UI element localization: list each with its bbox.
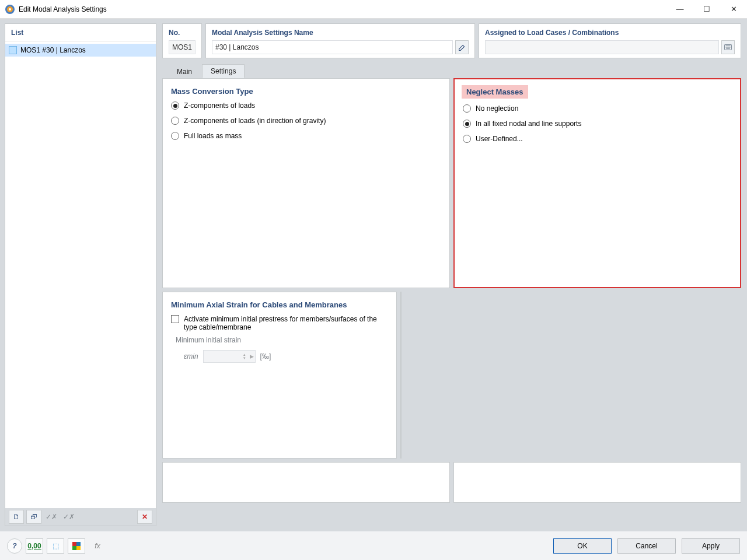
keyboard-icon [724,44,732,50]
edit-name-button[interactable] [455,40,469,54]
no-field[interactable] [169,40,196,54]
sidebar-header: List [5,24,156,41]
radio-label: In all fixed nodal and line supports [476,120,581,128]
empty-panel-bottom-left [162,462,450,503]
radio-icon [171,117,179,125]
empty-panel-bottom-right [453,462,741,503]
name-label: Modal Analysis Settings Name [206,24,474,40]
radio-label: Z-components of loads [184,102,255,110]
radio-icon [171,132,179,140]
strain-symbol: εmin [184,352,198,360]
no-label: No. [163,24,201,40]
maximize-button[interactable]: ☐ [693,0,720,19]
content-area: No. Modal Analysis Settings Name Assigne… [162,23,741,526]
empty-panel-right [400,292,402,459]
neglect-option-2[interactable]: In all fixed nodal and line supports [463,120,732,128]
help-icon: ? [12,542,16,550]
strain-panel: Minimum Axial Strain for Cables and Memb… [162,292,397,459]
strain-checkbox-label: Activate minimum initial prestress for m… [184,315,388,331]
uncheck-all-button[interactable]: ✓✗ [61,510,76,524]
svg-rect-9 [72,546,76,550]
mass-option-3[interactable]: Full loads as mass [171,132,441,140]
radio-label: User-Defined... [476,135,523,143]
assigned-panel: Assigned to Load Cases / Combinations [479,23,741,58]
neglect-title: Neglect Masses [462,85,528,99]
neglect-masses-panel: Neglect Masses No neglection In all fixe… [453,78,741,288]
neglect-option-3[interactable]: User-Defined... [463,135,732,143]
assigned-field[interactable] [485,40,719,54]
strain-checkbox[interactable] [171,315,179,323]
mass-option-1[interactable]: Z-components of loads [171,102,441,110]
mass-option-2[interactable]: Z-components of loads (in direction of g… [171,117,441,125]
new-button[interactable]: 🗋 [9,510,24,524]
units-icon: 0,00 [27,542,41,550]
sidebar-toolbar: 🗋 🗗 ✓✗ ✓✗ ✕ [5,508,156,526]
strain-title: Minimum Axial Strain for Cables and Memb… [163,292,396,315]
number-panel: No. [162,23,202,58]
fx-button[interactable]: fx [89,538,106,554]
palette-button[interactable] [68,538,85,554]
fx-icon: fx [95,542,100,550]
window-title: Edit Modal Analysis Settings [19,5,107,13]
radio-icon [171,102,179,110]
name-field[interactable] [212,40,453,54]
list-item-icon [9,46,17,54]
mass-conversion-panel: Mass Conversion Type Z-components of loa… [162,78,450,288]
svg-rect-7 [72,542,76,546]
apply-button[interactable]: Apply [682,538,740,554]
bottom-bar: ? 0,00 ⬚ fx OK Cancel Apply [0,531,747,560]
sidebar: List MOS1 #30 | Lanczos 🗋 🗗 ✓✗ ✓✗ ✕ [5,23,156,526]
chevron-down-icon: ▼ [243,356,246,360]
radio-label: Full loads as mass [184,132,242,140]
svg-rect-10 [76,546,81,550]
arrow-right-icon: ▶ [250,354,254,359]
units-button[interactable]: 0,00 [26,538,43,554]
help-button[interactable]: ? [7,538,22,554]
ok-button[interactable]: OK [553,538,612,554]
list-tree: MOS1 #30 | Lanczos [5,41,156,59]
cancel-button[interactable]: Cancel [617,538,676,554]
selection-button[interactable]: ⬚ [47,538,64,554]
tab-main[interactable]: Main [168,64,201,78]
radio-label: No neglection [476,104,518,113]
selection-icon: ⬚ [53,542,59,550]
minimize-button[interactable]: — [666,0,693,19]
mass-conversion-title: Mass Conversion Type [163,79,449,102]
app-icon [5,4,15,15]
tab-settings[interactable]: Settings [202,64,245,78]
svg-rect-8 [76,542,81,546]
name-panel: Modal Analysis Settings Name [205,23,475,58]
svg-point-2 [9,8,11,10]
radio-icon [463,104,471,113]
list-item[interactable]: MOS1 #30 | Lanczos [5,44,156,57]
strain-sublabel: Minimum initial strain [163,336,396,344]
tabs: Main Settings [162,62,741,78]
strain-input[interactable]: ▲▼ ▶ [203,350,256,363]
radio-icon [463,135,471,143]
radio-icon [463,120,471,128]
palette-icon [72,542,81,550]
assigned-label: Assigned to Load Cases / Combinations [479,24,741,40]
check-all-button[interactable]: ✓✗ [44,510,59,524]
radio-label: Z-components of loads (in direction of g… [184,117,326,125]
delete-button[interactable]: ✕ [137,510,152,524]
copy-button[interactable]: 🗗 [26,510,41,524]
close-button[interactable]: ✕ [720,0,747,19]
titlebar: Edit Modal Analysis Settings — ☐ ✕ [0,0,747,19]
neglect-option-1[interactable]: No neglection [463,104,732,113]
strain-unit: [‰] [260,352,271,360]
pencil-icon [458,44,466,51]
assigned-keyboard-button[interactable] [721,40,735,54]
list-item-label: MOS1 #30 | Lanczos [20,46,86,54]
